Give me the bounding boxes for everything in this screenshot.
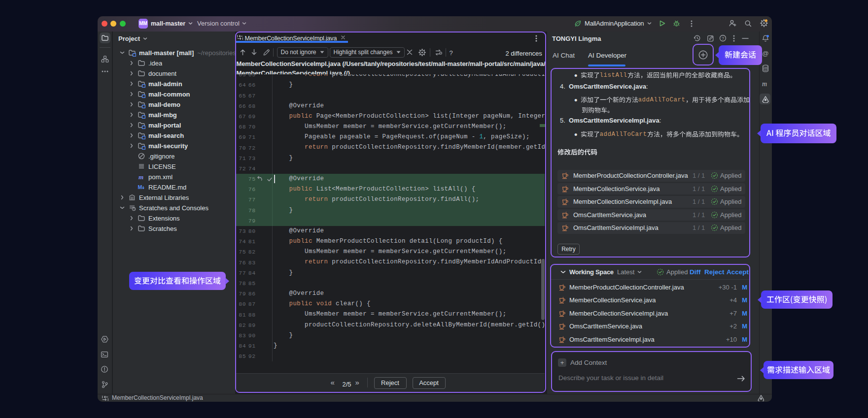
svg-text:m: m — [139, 173, 143, 181]
svg-text:@: @ — [762, 50, 769, 57]
svg-text:m: m — [762, 80, 767, 88]
svg-text:M: M — [138, 184, 142, 190]
svg-text:?: ? — [722, 36, 724, 41]
